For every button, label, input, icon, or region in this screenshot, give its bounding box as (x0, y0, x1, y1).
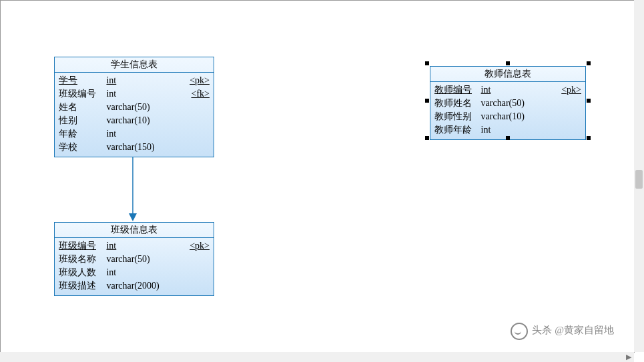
watermark-text: 头杀 @黄家自留地 (532, 325, 614, 335)
relation-student-class (126, 157, 139, 223)
resize-handle[interactable] (425, 99, 429, 103)
table-row: 学校 varchar(150) (59, 141, 210, 154)
table-row: 性别 varchar(10) (59, 114, 210, 127)
entity-teacher-body: 教师编号 int <pk> 教师姓名 varchar(50) 教师性别 varc… (430, 82, 585, 139)
horizontal-scrollbar[interactable]: ▶ (0, 352, 634, 362)
entity-student-title: 学生信息表 (55, 57, 214, 73)
vertical-scrollbar[interactable] (634, 0, 644, 352)
table-row: 姓名 varchar(50) (59, 101, 210, 114)
table-row: 教师年龄 int (434, 123, 581, 137)
entity-class[interactable]: 班级信息表 班级编号 int <pk> 班级名称 varchar(50) 班级人… (54, 222, 214, 296)
resize-handle[interactable] (587, 136, 591, 140)
table-row: 年龄 int (59, 127, 210, 141)
table-row: 班级描述 varchar(2000) (59, 279, 210, 293)
table-row: 班级编号 int <pk> (59, 239, 210, 253)
table-row: 班级名称 varchar(50) (59, 253, 210, 266)
watermark: 头杀 @黄家自留地 (511, 323, 614, 340)
scroll-right-icon[interactable]: ▶ (625, 353, 633, 361)
resize-handle[interactable] (587, 61, 591, 65)
table-row: 教师编号 int <pk> (434, 83, 581, 97)
table-row: 班级编号 int <fk> (59, 87, 210, 101)
watermark-logo-icon (511, 323, 528, 340)
diagram-canvas[interactable]: 学生信息表 学号 int <pk> 班级编号 int <fk> 姓名 varch… (0, 0, 635, 353)
table-row: 学号 int <pk> (59, 74, 210, 87)
entity-teacher[interactable]: 教师信息表 教师编号 int <pk> 教师姓名 varchar(50) 教师性… (430, 66, 586, 140)
resize-handle[interactable] (587, 99, 591, 103)
entity-student-body: 学号 int <pk> 班级编号 int <fk> 姓名 varchar(50)… (55, 73, 214, 157)
entity-class-title: 班级信息表 (55, 223, 214, 238)
table-row: 教师姓名 varchar(50) (434, 97, 581, 110)
entity-teacher-title: 教师信息表 (430, 67, 585, 82)
table-row: 班级人数 int (59, 266, 210, 279)
vertical-scrollbar-thumb[interactable] (635, 170, 643, 189)
entity-student[interactable]: 学生信息表 学号 int <pk> 班级编号 int <fk> 姓名 varch… (54, 57, 214, 157)
table-row: 教师性别 varchar(10) (434, 110, 581, 123)
resize-handle[interactable] (425, 61, 429, 65)
entity-class-body: 班级编号 int <pk> 班级名称 varchar(50) 班级人数 int … (55, 238, 214, 295)
resize-handle[interactable] (506, 61, 510, 65)
resize-handle[interactable] (425, 136, 429, 140)
